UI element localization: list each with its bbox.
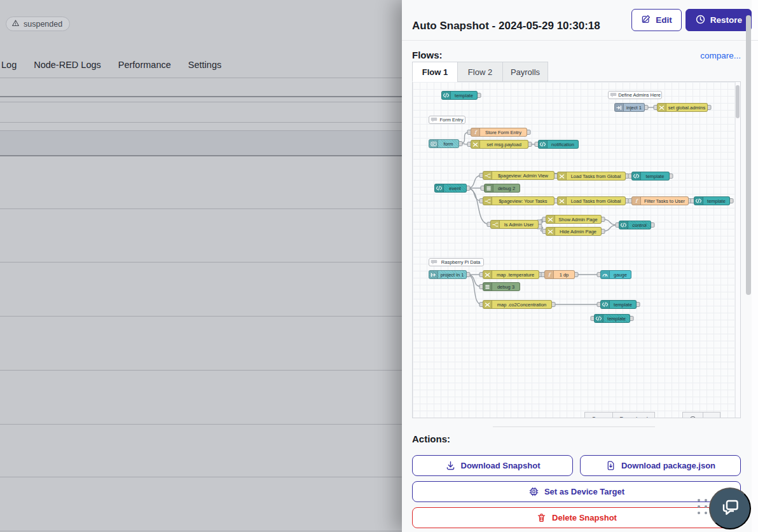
flow-node-comment-form-entry: Form Entry [429, 116, 465, 124]
clock-icon [695, 14, 706, 27]
delete-snapshot-button[interactable]: Delete Snapshot [412, 507, 741, 528]
flow-node-label: Form Entry [438, 116, 465, 123]
flow-node-comment-raspberry-pi: Raspberry Pi Data [429, 258, 484, 266]
canvas-toolbar-left: CopyDownload [584, 412, 655, 418]
flow-node-inject-1: inject 1 [614, 103, 645, 112]
code-icon [694, 197, 703, 205]
table-row-divider [0, 96, 402, 97]
code-icon [601, 301, 610, 308]
flow-node-event: event [434, 184, 467, 193]
function-icon: f [545, 271, 554, 278]
flow-node-label: Define Admins Here [617, 92, 661, 99]
flow-node-label: $pageview: Admin View [492, 172, 554, 179]
code-icon [595, 315, 603, 322]
flow-node-label: Raspberry Pi Data [438, 259, 483, 266]
flow-node-store-form-entry: fStore Form Entry [471, 128, 527, 137]
chat-launcher-button[interactable] [709, 488, 751, 529]
flow-node-map-co2: map .co2Concentration [483, 300, 552, 309]
restore-button-label: Restore [710, 15, 742, 25]
warning-icon [11, 19, 20, 29]
refresh-icon [689, 416, 696, 419]
status-badge: suspended [6, 17, 70, 31]
debug-icon [483, 283, 492, 290]
flow-node-form: form [429, 139, 459, 148]
flow-node-pageview-your-tasks: $pageview: Your Tasks [483, 196, 555, 205]
edit-button[interactable]: Edit [631, 9, 682, 31]
modal-backdrop[interactable]: suspended LogNode-RED LogsPerformanceSet… [0, 0, 402, 532]
flow-canvas[interactable]: CopyDownload + templateDefine Admins Her… [412, 81, 741, 418]
flow-node-map-temperature: map .temperature [483, 270, 539, 279]
change-icon [483, 271, 492, 278]
flow-node-template-3: template [694, 196, 730, 205]
download-package-json-button[interactable]: Download package.json [580, 455, 741, 476]
edit-icon [641, 14, 651, 26]
flow-node-label: template [641, 172, 669, 180]
table-row-divider [0, 208, 402, 209]
flow-node-hide-admin-page: Hide Admin Page [546, 227, 602, 236]
panel-scrollbar-thumb[interactable] [746, 15, 751, 295]
flow-wires-layer [413, 82, 741, 418]
flow-node-label: gauge [610, 271, 631, 278]
code-icon [442, 92, 451, 99]
function-icon: f [632, 197, 641, 205]
table-row-divider [0, 424, 402, 425]
restore-button[interactable]: Restore [686, 9, 752, 31]
flow-node-label: template [451, 92, 477, 99]
table-row-divider [0, 370, 402, 371]
download-snapshot-button[interactable]: Download Snapshot [412, 455, 573, 476]
canvas-toolbar-download-button[interactable]: Download [612, 413, 654, 418]
bubble-icon [429, 116, 438, 123]
flow-node-control: control [619, 221, 651, 229]
actions-button-group: Download SnapshotDownload package.jsonSe… [412, 455, 741, 528]
change-icon [471, 140, 480, 148]
panel-scrollbar[interactable] [746, 0, 751, 532]
flow-node-label: control [628, 221, 651, 229]
flow-node-notification: notification [538, 140, 579, 149]
canvas-toolbar-copy-button[interactable]: Copy [585, 413, 612, 418]
flow-node-label: debug 2 [493, 184, 520, 192]
flow-node-label: debug 3 [492, 283, 520, 290]
flow-node-show-admin-page: Show Admin Page [546, 215, 602, 224]
change-icon [483, 301, 492, 308]
compare-link[interactable]: compare... [700, 51, 741, 60]
flow-node-label: notification [548, 140, 578, 148]
instance-nav-tabs: LogNode-RED LogsPerformanceSettings [1, 60, 221, 70]
canvas-toolbar-zoom-in-button[interactable]: + [703, 413, 720, 418]
code-icon [619, 221, 628, 229]
widget-drag-dots [698, 499, 707, 514]
table-row-divider [0, 155, 402, 156]
bg-nav-tab-settings: Settings [188, 60, 221, 70]
change-icon [546, 228, 555, 235]
canvas-scrollbar-thumb[interactable] [736, 85, 740, 118]
flow-node-label: Hide Admin Page [555, 228, 601, 235]
canvas-scrollbar[interactable] [735, 82, 740, 418]
flow-node-label: Load Tasks from Global [567, 172, 625, 180]
code-icon [539, 140, 548, 148]
flow-node-gauge: gauge [600, 270, 631, 279]
flow-node-template-5: template [594, 314, 630, 323]
actions-label: Actions: [412, 433, 450, 444]
flow-node-comment-define-admins: Define Admins Here [608, 91, 662, 99]
flow-tabstrip: Flow 1Flow 2Payrolls [412, 62, 548, 82]
section-divider [493, 426, 655, 427]
flow-node-label: map .co2Concentration [492, 301, 551, 308]
status-badge-label: suspended [24, 20, 62, 29]
gauge-icon [601, 271, 610, 278]
change-icon [558, 172, 567, 180]
flow-node-label: project in 1 [438, 271, 466, 278]
flow-tab-payrolls[interactable]: Payrolls [502, 62, 548, 82]
code-icon [632, 172, 641, 180]
canvas-toolbar-refresh-button[interactable] [683, 413, 703, 418]
flow-node-is-admin-user: Is Admin User [490, 220, 539, 229]
svg-text:f: f [474, 130, 478, 135]
flow-tab-flow-2[interactable]: Flow 2 [457, 62, 503, 82]
flow-node-one-dp: f1 dp [544, 270, 575, 279]
change-icon [658, 104, 666, 111]
set-device-target-button[interactable]: Set as Device Target [412, 481, 741, 502]
flow-tab-flow-1[interactable]: Flow 1 [412, 62, 458, 82]
bg-nav-tab-performance: Performance [118, 60, 171, 70]
action-button-label: Download Snapshot [461, 461, 541, 470]
bg-nav-tab-node-red-logs: Node-RED Logs [34, 60, 101, 70]
flow-node-template-1: template [441, 91, 478, 100]
change-icon [558, 197, 567, 205]
